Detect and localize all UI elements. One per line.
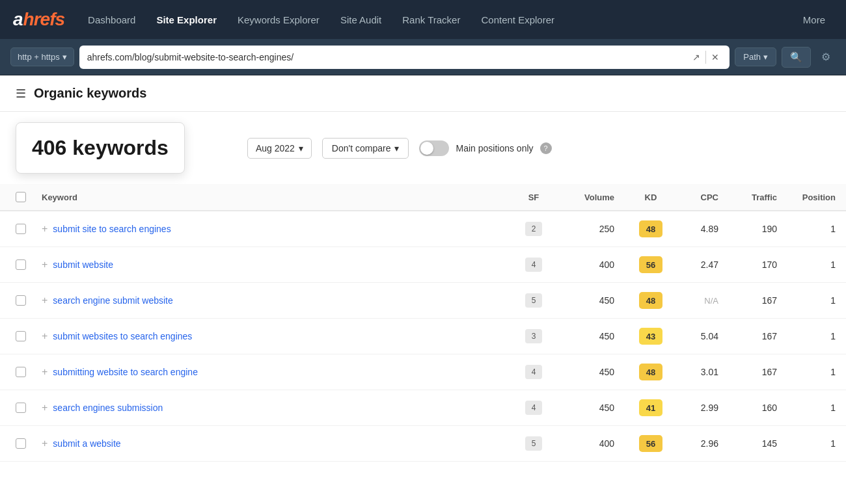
row-checkbox-4[interactable] xyxy=(16,367,26,377)
add-keyword-icon-2[interactable]: + xyxy=(42,295,48,306)
sf-badge-1: 4 xyxy=(525,258,542,272)
path-label: Path xyxy=(743,52,761,62)
row-keyword-cell-4: + submitting website to search engine xyxy=(31,354,508,390)
nav-keywords-explorer[interactable]: Keywords Explorer xyxy=(230,9,327,31)
row-traffic-4: 167 xyxy=(729,354,787,390)
toggle-label: Main positions only xyxy=(456,143,533,153)
sf-badge-3: 3 xyxy=(525,329,542,343)
sf-badge-2: 5 xyxy=(525,293,542,308)
add-keyword-icon-1[interactable]: + xyxy=(42,259,48,270)
date-filter[interactable]: Aug 2022 ▾ xyxy=(247,138,312,159)
kd-badge-2: 48 xyxy=(639,292,662,309)
url-input-container: ahrefs.com/blog/submit-website-to-search… xyxy=(79,46,730,69)
url-bar: http + https ▾ ahrefs.com/blog/submit-we… xyxy=(0,39,846,75)
protocol-chevron: ▾ xyxy=(62,52,67,62)
nav-content-explorer[interactable]: Content Explorer xyxy=(473,9,562,31)
page-header: ☰ Organic keywords xyxy=(0,75,846,112)
page-title: Organic keywords xyxy=(34,86,146,101)
row-traffic-5: 160 xyxy=(729,390,787,426)
row-position-4: 1 xyxy=(787,354,846,390)
row-kd-2: 48 xyxy=(625,283,677,319)
keyword-link-3[interactable]: submit websites to search engines xyxy=(53,331,192,341)
table-row: + submit website 4 400 56 2.47 170 1 xyxy=(0,247,846,283)
kd-badge-4: 48 xyxy=(639,364,662,380)
th-volume[interactable]: Volume xyxy=(560,184,625,211)
th-cpc[interactable]: CPC xyxy=(677,184,729,211)
keyword-link-0[interactable]: submit site to search engines xyxy=(53,224,171,234)
compare-label: Don't compare xyxy=(332,143,391,153)
row-traffic-3: 167 xyxy=(729,319,787,354)
row-checkbox-3[interactable] xyxy=(16,331,26,341)
row-kd-3: 43 xyxy=(625,319,677,354)
date-chevron: ▾ xyxy=(299,143,303,153)
nav-more[interactable]: More xyxy=(795,9,833,31)
nav-dashboard[interactable]: Dashboard xyxy=(80,9,143,31)
url-display[interactable]: ahrefs.com/blog/submit-website-to-search… xyxy=(87,52,690,62)
kd-badge-1: 56 xyxy=(639,256,662,273)
th-position[interactable]: Position xyxy=(787,184,846,211)
row-volume-6: 400 xyxy=(560,426,625,462)
add-keyword-icon-6[interactable]: + xyxy=(42,438,48,449)
row-checkbox-cell-0 xyxy=(0,211,31,247)
external-link-icon[interactable]: ↗ xyxy=(690,49,703,65)
nav-rank-tracker[interactable]: Rank Tracker xyxy=(394,9,468,31)
add-keyword-icon-0[interactable]: + xyxy=(42,224,48,234)
settings-icon: ⚙ xyxy=(821,51,830,62)
compare-filter[interactable]: Don't compare ▾ xyxy=(322,138,409,159)
th-kd[interactable]: KD xyxy=(625,184,677,211)
row-traffic-2: 167 xyxy=(729,283,787,319)
row-checkbox-5[interactable] xyxy=(16,403,26,413)
row-checkbox-6[interactable] xyxy=(16,438,26,449)
close-url-icon[interactable]: ✕ xyxy=(709,49,722,65)
table-header-row: Keyword SF Volume KD CPC Traffic Positio… xyxy=(0,184,846,211)
th-select-all[interactable] xyxy=(0,184,31,211)
keyword-link-2[interactable]: search engine submit website xyxy=(53,295,172,306)
table-container: Keyword SF Volume KD CPC Traffic Positio… xyxy=(0,184,846,462)
row-checkbox-cell-3 xyxy=(0,319,31,354)
url-divider xyxy=(705,51,706,64)
row-position-2: 1 xyxy=(787,283,846,319)
keyword-link-1[interactable]: submit website xyxy=(53,259,113,270)
row-checkbox-cell-2 xyxy=(0,283,31,319)
keyword-link-6[interactable]: submit a website xyxy=(53,438,120,449)
table-row: + submit websites to search engines 3 45… xyxy=(0,319,846,354)
row-traffic-1: 170 xyxy=(729,247,787,283)
hamburger-icon[interactable]: ☰ xyxy=(16,86,26,101)
th-traffic[interactable]: Traffic xyxy=(729,184,787,211)
row-volume-4: 450 xyxy=(560,354,625,390)
row-volume-3: 450 xyxy=(560,319,625,354)
th-sf[interactable]: SF xyxy=(508,184,560,211)
search-button[interactable]: 🔍 xyxy=(782,47,811,68)
keyword-link-5[interactable]: search engines submission xyxy=(53,403,163,413)
kd-badge-3: 43 xyxy=(639,328,662,345)
nav-site-explorer[interactable]: Site Explorer xyxy=(148,9,225,31)
settings-button[interactable]: ⚙ xyxy=(816,48,836,66)
main-positions-toggle[interactable] xyxy=(419,140,449,156)
row-traffic-0: 190 xyxy=(729,211,787,247)
select-all-checkbox[interactable] xyxy=(16,192,26,202)
logo[interactable]: ahrefs xyxy=(13,9,64,30)
path-button[interactable]: Path ▾ xyxy=(735,47,776,66)
row-checkbox-2[interactable] xyxy=(16,295,26,306)
row-checkbox-1[interactable] xyxy=(16,259,26,270)
row-kd-5: 41 xyxy=(625,390,677,426)
nav-site-audit[interactable]: Site Audit xyxy=(333,9,389,31)
row-checkbox-0[interactable] xyxy=(16,224,26,234)
add-keyword-icon-4[interactable]: + xyxy=(42,367,48,377)
th-keyword[interactable]: Keyword xyxy=(31,184,508,211)
add-keyword-icon-5[interactable]: + xyxy=(42,403,48,413)
row-checkbox-cell-4 xyxy=(0,354,31,390)
sf-badge-4: 4 xyxy=(525,365,542,379)
table-row: + submit site to search engines 2 250 48… xyxy=(0,211,846,247)
help-icon[interactable]: ? xyxy=(540,142,552,154)
protocol-selector[interactable]: http + https ▾ xyxy=(10,47,74,66)
kd-badge-5: 41 xyxy=(639,399,662,416)
row-cpc-3: 5.04 xyxy=(677,319,729,354)
table-row: + search engines submission 4 450 41 2.9… xyxy=(0,390,846,426)
row-kd-6: 56 xyxy=(625,426,677,462)
row-traffic-6: 145 xyxy=(729,426,787,462)
add-keyword-icon-3[interactable]: + xyxy=(42,331,48,341)
keyword-link-4[interactable]: submitting website to search engine xyxy=(53,367,198,377)
row-volume-5: 450 xyxy=(560,390,625,426)
row-checkbox-cell-5 xyxy=(0,390,31,426)
